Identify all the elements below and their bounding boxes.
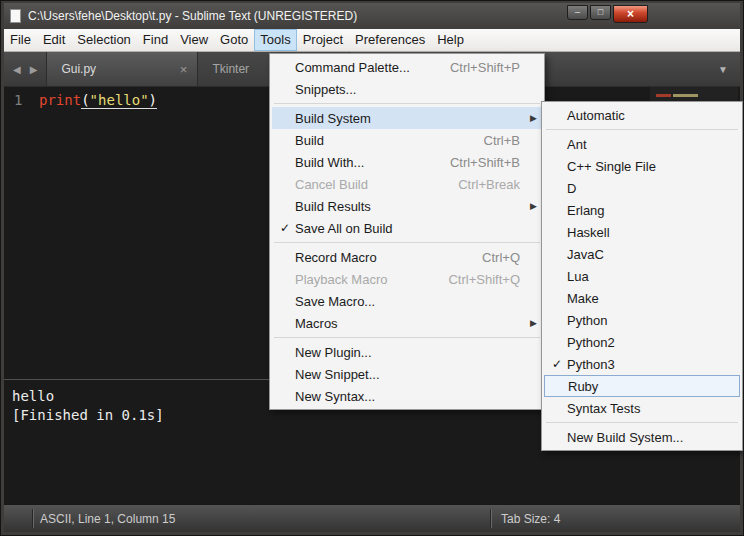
line-number: 1 bbox=[14, 92, 22, 108]
menu-item-new-plugin[interactable]: New Plugin... bbox=[272, 341, 542, 363]
menubar-item-tools[interactable]: Tools bbox=[254, 29, 296, 51]
menu-item-save-macro[interactable]: Save Macro... bbox=[272, 290, 542, 312]
menu-item-ant[interactable]: Ant bbox=[544, 133, 740, 155]
menu-item-build-system[interactable]: Build System ▶ bbox=[272, 107, 542, 129]
menubar-item-edit[interactable]: Edit bbox=[37, 29, 71, 51]
tab-size-status[interactable]: Tab Size: 4 bbox=[501, 512, 560, 526]
close-button[interactable]: × bbox=[613, 5, 648, 23]
menu-item-build-with[interactable]: Build With... Ctrl+Shift+B bbox=[272, 151, 542, 173]
menu-item-label: Python2 bbox=[567, 335, 615, 350]
menu-item-label: Haskell bbox=[567, 225, 610, 240]
menu-item-macros[interactable]: Macros ▶ bbox=[272, 312, 542, 334]
minimize-button[interactable]: – bbox=[567, 5, 588, 20]
tab-nav-arrows: ◀ ▶ bbox=[4, 52, 46, 86]
code-paren-close: ) bbox=[149, 92, 157, 108]
menu-item-new-build-system[interactable]: New Build System... bbox=[544, 426, 740, 448]
menu-item-label: Ruby bbox=[568, 379, 598, 394]
menu-item-label: Playback Macro bbox=[295, 272, 387, 287]
submenu-arrow-icon: ▶ bbox=[526, 113, 537, 123]
line-number-gutter: 1 bbox=[4, 87, 34, 379]
menu-item-label: Build System bbox=[295, 111, 371, 126]
menu-separator bbox=[546, 129, 738, 130]
window-controls: – □ × bbox=[567, 5, 648, 23]
menu-bar: File Edit Selection Find View Goto Tools… bbox=[4, 29, 740, 52]
menu-item-playback-macro: Playback Macro Ctrl+Shift+Q bbox=[272, 268, 542, 290]
menu-item-label: Lua bbox=[567, 269, 589, 284]
menubar-item-view[interactable]: View bbox=[174, 29, 214, 51]
menu-item-syntax-tests[interactable]: Syntax Tests bbox=[544, 397, 740, 419]
menu-item-python[interactable]: Python bbox=[544, 309, 740, 331]
menu-separator bbox=[546, 422, 738, 423]
menubar-item-goto[interactable]: Goto bbox=[214, 29, 254, 51]
menu-item-lua[interactable]: Lua bbox=[544, 265, 740, 287]
menu-item-label: New Build System... bbox=[567, 430, 683, 445]
menu-separator bbox=[274, 337, 540, 338]
menu-item-label: Snippets... bbox=[295, 82, 356, 97]
tab-gui-py[interactable]: Gui.py × bbox=[46, 52, 198, 86]
menu-item-shortcut: Ctrl+Shift+P bbox=[450, 60, 526, 75]
tab-overflow-icon[interactable]: ▼ bbox=[706, 52, 740, 86]
menu-separator bbox=[274, 103, 540, 104]
menu-separator bbox=[274, 242, 540, 243]
menu-item-label: Python3 bbox=[567, 357, 615, 372]
chevron-down-icon: ▼ bbox=[718, 64, 728, 75]
tab-scroll-right-icon[interactable]: ▶ bbox=[30, 64, 38, 75]
menu-item-new-syntax[interactable]: New Syntax... bbox=[272, 385, 542, 407]
menu-item-shortcut: Ctrl+B bbox=[484, 133, 526, 148]
menu-item-command-palette[interactable]: Command Palette... Ctrl+Shift+P bbox=[272, 56, 542, 78]
minimap-code-mark bbox=[656, 94, 671, 97]
menu-item-ruby[interactable]: Ruby bbox=[544, 375, 740, 397]
menu-item-label: Make bbox=[567, 291, 599, 306]
menu-item-erlang[interactable]: Erlang bbox=[544, 199, 740, 221]
menubar-item-help[interactable]: Help bbox=[431, 29, 470, 51]
menu-item-shortcut: Ctrl+Shift+Q bbox=[448, 272, 526, 287]
menu-item-label: Erlang bbox=[567, 203, 605, 218]
tab-scroll-left-icon[interactable]: ◀ bbox=[13, 64, 21, 75]
menu-item-label: Command Palette... bbox=[295, 60, 410, 75]
menu-item-d[interactable]: D bbox=[544, 177, 740, 199]
menu-item-build[interactable]: Build Ctrl+B bbox=[272, 129, 542, 151]
app-icon bbox=[10, 9, 21, 23]
title-bar[interactable]: C:\Users\fehe\Desktop\t.py - Sublime Tex… bbox=[4, 3, 740, 29]
menu-item-javac[interactable]: JavaC bbox=[544, 243, 740, 265]
menu-item-shortcut: Ctrl+Q bbox=[482, 250, 526, 265]
menu-item-label: Ant bbox=[567, 137, 587, 152]
menu-item-label: D bbox=[567, 181, 576, 196]
menu-item-shortcut: Ctrl+Shift+B bbox=[450, 155, 526, 170]
status-divider bbox=[490, 509, 491, 528]
menu-item-cpp-single-file[interactable]: C++ Single File bbox=[544, 155, 740, 177]
code-keyword: print bbox=[39, 92, 81, 108]
status-bar: ASCII, Line 1, Column 15 Tab Size: 4 bbox=[4, 504, 740, 532]
menubar-item-file[interactable]: File bbox=[4, 29, 37, 51]
code-string: "hello" bbox=[90, 92, 149, 108]
menu-item-python3[interactable]: ✓ Python3 bbox=[544, 353, 740, 375]
menu-item-record-macro[interactable]: Record Macro Ctrl+Q bbox=[272, 246, 542, 268]
code-line: print("hello") bbox=[34, 87, 157, 379]
maximize-button[interactable]: □ bbox=[590, 5, 611, 20]
menu-item-save-all-on-build[interactable]: ✓ Save All on Build bbox=[272, 217, 542, 239]
caret-position-status: ASCII, Line 1, Column 15 bbox=[40, 512, 175, 526]
menu-item-label: Save Macro... bbox=[295, 294, 375, 309]
menu-item-automatic[interactable]: Automatic bbox=[544, 104, 740, 126]
menu-item-python2[interactable]: Python2 bbox=[544, 331, 740, 353]
menu-item-label: Syntax Tests bbox=[567, 401, 640, 416]
tab-close-icon[interactable]: × bbox=[178, 62, 190, 77]
menu-item-label: Automatic bbox=[567, 108, 625, 123]
menu-item-build-results[interactable]: Build Results ▶ bbox=[272, 195, 542, 217]
sublime-window: C:\Users\fehe\Desktop\t.py - Sublime Tex… bbox=[0, 0, 744, 536]
menubar-item-selection[interactable]: Selection bbox=[71, 29, 136, 51]
menu-item-label: Build bbox=[295, 133, 324, 148]
menubar-item-preferences[interactable]: Preferences bbox=[349, 29, 431, 51]
menu-item-haskell[interactable]: Haskell bbox=[544, 221, 740, 243]
check-icon: ✓ bbox=[547, 357, 567, 371]
menu-item-snippets[interactable]: Snippets... bbox=[272, 78, 542, 100]
menu-item-label: Build With... bbox=[295, 155, 364, 170]
menubar-item-project[interactable]: Project bbox=[297, 29, 349, 51]
menu-item-make[interactable]: Make bbox=[544, 287, 740, 309]
menu-item-new-snippet[interactable]: New Snippet... bbox=[272, 363, 542, 385]
menubar-item-find[interactable]: Find bbox=[137, 29, 174, 51]
menu-item-label: Save All on Build bbox=[295, 221, 393, 236]
menu-item-label: Build Results bbox=[295, 199, 371, 214]
menu-item-label: Record Macro bbox=[295, 250, 377, 265]
check-icon: ✓ bbox=[275, 221, 295, 235]
